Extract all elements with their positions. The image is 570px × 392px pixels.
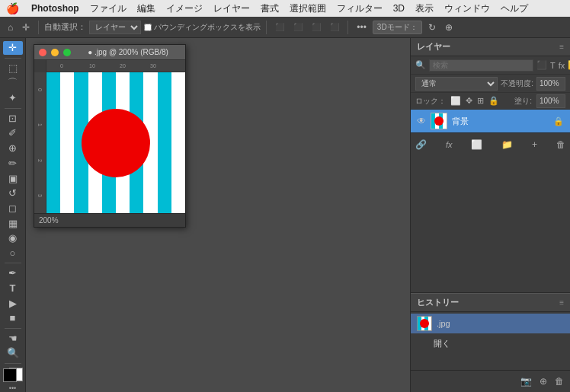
main-area: ✛ ⬚ ⌒ ✦ ⊡ ✐ ⊕ ✏ ▣ ↺ ◻ ▦ ◉ ○ ✒ T ▶ ■ ☚ 🔍 … (0, 38, 570, 392)
hand-tool[interactable]: ☚ (3, 331, 23, 345)
layer-name-label: 背景 (452, 116, 549, 127)
zoom-label: 200% (34, 213, 185, 227)
layer-select[interactable]: レイヤー (89, 21, 141, 34)
shape-tool[interactable]: ■ (3, 311, 23, 325)
type-tool[interactable]: T (3, 282, 23, 295)
lock-all-icon[interactable]: 🔒 (488, 96, 499, 106)
home-icon[interactable]: ⌂ (5, 21, 16, 34)
menu-photoshop[interactable]: Photoshop (31, 3, 79, 14)
menu-edit[interactable]: 編集 (137, 2, 155, 15)
window-maximize-btn[interactable] (63, 49, 71, 56)
fill-input[interactable] (536, 94, 565, 108)
document-title: ● .jpg @ 200% (RGB/8) (75, 48, 181, 56)
menu-type[interactable]: 書式 (261, 2, 279, 15)
history-item-label-1: .jpg (437, 319, 450, 328)
layer-effect-filter-icon[interactable]: fx (559, 61, 565, 70)
blur-tool[interactable]: ◉ (3, 231, 23, 245)
gradient-tool[interactable]: ▦ (3, 216, 23, 230)
window-minimize-btn[interactable] (51, 49, 59, 56)
menu-layer[interactable]: レイヤー (213, 2, 250, 15)
layers-mode-row: 通常 不透明度: (411, 75, 570, 93)
stripe-2 (60, 72, 74, 213)
delete-state-icon[interactable]: 🗑 (555, 376, 564, 387)
create-group-icon[interactable]: 📁 (501, 139, 513, 150)
add-mask-icon[interactable]: ⬜ (471, 139, 482, 150)
menu-file[interactable]: ファイル (90, 2, 126, 15)
tools-panel: ✛ ⬚ ⌒ ✦ ⊡ ✐ ⊕ ✏ ▣ ↺ ◻ ▦ ◉ ○ ✒ T ▶ ■ ☚ 🔍 … (0, 38, 26, 392)
apple-menu[interactable]: 🍎 (6, 2, 19, 14)
distribute-icon[interactable]: ⬛ (327, 21, 342, 33)
dodge-tool[interactable]: ○ (3, 247, 23, 260)
pen-tool[interactable]: ✒ (3, 266, 23, 280)
opacity-input[interactable] (536, 77, 565, 91)
image-canvas[interactable] (46, 72, 185, 213)
tool-sep-4 (5, 328, 21, 329)
eraser-tool[interactable]: ◻ (3, 202, 23, 215)
history-panel-menu-icon[interactable]: ≡ (559, 298, 564, 307)
tool-sep-1 (5, 58, 21, 59)
fg-color-swatch[interactable] (3, 368, 17, 382)
lock-label: ロック： (415, 96, 446, 107)
bounding-box-checkbox[interactable] (144, 24, 152, 31)
layers-panel: レイヤー ≡ 🔍 ⬛ T fx 🟨 ☰ 通常 不透明度: (411, 38, 570, 293)
menu-help[interactable]: ヘルプ (501, 2, 528, 15)
history-panel-header: ヒストリー ≡ (411, 294, 570, 312)
lock-pixels-icon[interactable]: ⬜ (450, 96, 461, 106)
new-document-icon[interactable]: ⊕ (540, 376, 547, 387)
crop-tool[interactable]: ⊡ (3, 111, 23, 125)
3d-mode-label[interactable]: 3Dモード： (373, 21, 422, 34)
separator-2 (266, 21, 267, 34)
new-layer-icon[interactable]: + (532, 139, 537, 150)
3d-rotate-icon[interactable]: ↻ (425, 21, 439, 34)
zoom-tool[interactable]: 🔍 (3, 346, 23, 360)
layer-type-filter-icon[interactable]: ⬛ (536, 60, 547, 70)
move-tool[interactable]: ✛ (3, 41, 23, 55)
align-right-icon[interactable]: ⬛ (309, 21, 324, 33)
path-select-tool[interactable]: ▶ (3, 296, 23, 310)
menu-select[interactable]: 選択範囲 (290, 2, 326, 15)
align-center-icon[interactable]: ⬛ (290, 21, 306, 33)
stripe-10 (171, 72, 185, 213)
delete-layer-icon[interactable]: 🗑 (556, 139, 565, 150)
layers-search-input[interactable] (429, 59, 533, 72)
3d-pan-icon[interactable]: ⊕ (442, 21, 456, 34)
window-close-btn[interactable] (39, 49, 46, 56)
layer-visibility-icon[interactable]: 👁 (417, 116, 426, 126)
blend-mode-select[interactable]: 通常 (415, 77, 498, 91)
history-panel-title: ヒストリー (417, 297, 459, 308)
stamp-tool[interactable]: ▣ (3, 171, 23, 185)
more-tools-btn[interactable]: ••• (9, 384, 16, 392)
eyedropper-tool[interactable]: ✐ (3, 126, 23, 140)
stripe-1 (46, 72, 60, 213)
history-brush-tool[interactable]: ↺ (3, 186, 23, 200)
layers-panel-menu-icon[interactable]: ≡ (559, 43, 564, 51)
menu-image[interactable]: イメージ (166, 2, 203, 15)
link-layers-icon[interactable]: 🔗 (415, 139, 427, 150)
spot-heal-tool[interactable]: ⊕ (3, 142, 23, 155)
layer-name-filter-icon[interactable]: T (550, 61, 556, 70)
create-snapshot-icon[interactable]: 📷 (520, 376, 532, 387)
history-item-2[interactable]: 開く (411, 333, 570, 353)
lock-move-icon[interactable]: ✥ (466, 96, 472, 106)
document-titlebar: ● .jpg @ 200% (RGB/8) (34, 45, 185, 60)
history-bottom-toolbar: 📷 ⊕ 🗑 (411, 370, 570, 391)
bounding-box-label[interactable]: パウンディングボックスを表示 (144, 22, 261, 33)
more-options-icon[interactable]: ••• (354, 21, 370, 34)
magic-wand-tool[interactable]: ✦ (3, 91, 23, 105)
menu-window[interactable]: ウィンドウ (444, 2, 490, 15)
history-item[interactable]: .jpg (411, 314, 570, 333)
brush-tool[interactable]: ✏ (3, 157, 23, 171)
marquee-tool[interactable]: ⬚ (3, 61, 23, 75)
canvas-area: ● .jpg @ 200% (RGB/8) 0 10 20 30 0 (26, 38, 410, 392)
menu-3d[interactable]: 3D (393, 3, 405, 14)
fx-icon[interactable]: fx (446, 140, 453, 149)
lasso-tool[interactable]: ⌒ (3, 76, 23, 90)
menu-filter[interactable]: フィルター (337, 2, 383, 15)
history-thumb-circle-1 (420, 319, 429, 328)
menu-view[interactable]: 表示 (415, 2, 434, 15)
color-box[interactable] (3, 368, 23, 382)
layer-item[interactable]: 👁 背景 🔒 (411, 110, 570, 132)
move-tool-btn[interactable]: ✛ (19, 21, 33, 34)
lock-artboard-icon[interactable]: ⊞ (477, 96, 484, 106)
align-left-icon[interactable]: ⬛ (272, 21, 287, 33)
